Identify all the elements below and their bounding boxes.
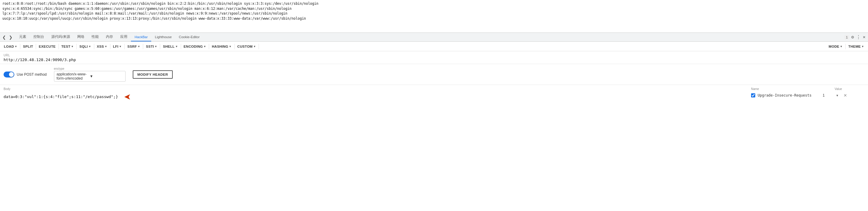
tab-nav-icons: ❮ ❯: [1, 34, 14, 40]
encoding-button[interactable]: ENCODING ▼: [182, 43, 209, 49]
separator-2: [36, 44, 36, 49]
separator-11: [209, 44, 209, 49]
custom-arrow: ▼: [253, 45, 256, 48]
header-checkbox-1[interactable]: [751, 93, 755, 98]
separator-8: [143, 44, 143, 49]
enctype-dropdown-icon: ▼: [90, 74, 123, 78]
sqli-arrow: ▼: [88, 45, 91, 48]
url-value: http://120.48.128.24:9090/3.php: [4, 58, 864, 62]
options-row: Use POST method enctype application/x-ww…: [0, 64, 868, 85]
xss-button[interactable]: XSS ▼: [95, 43, 110, 49]
header-value-select-1: 1 ▼: [823, 93, 839, 98]
separator-4: [76, 44, 77, 49]
tab-back-icon[interactable]: ❮: [1, 34, 7, 40]
header-columns: Name Value: [751, 87, 864, 92]
toggle-label: Use POST method: [17, 72, 47, 77]
terminal-line-3: lp:x:7:7:lp:/var/spool/lpd:/usr/sbin/nol…: [2, 11, 866, 16]
ssrf-button[interactable]: SSRF ▼: [125, 43, 142, 49]
shell-button[interactable]: SHELL ▼: [161, 43, 180, 49]
body-value-row: data=0:3:"vul":1:{s:4:"file";s:11:"/etc/…: [4, 92, 739, 102]
tab-hackbar[interactable]: HackBar: [131, 33, 151, 41]
body-value: data=0:3:"vul":1:{s:4:"file";s:11:"/etc/…: [4, 95, 118, 99]
load-arrow: ▼: [14, 45, 17, 48]
devtools-tabs: 元素 控制台 源代码/来源 网络 性能 内存 应用 HackBar Lighth…: [16, 33, 844, 41]
separator-14: [845, 44, 846, 49]
header-value-col: Value: [835, 87, 842, 91]
body-row: Body data=0:3:"vul":1:{s:4:"file";s:11:"…: [0, 85, 868, 104]
post-method-toggle[interactable]: [4, 72, 14, 77]
ssti-arrow: ▼: [155, 45, 157, 48]
mode-arrow: ▼: [840, 45, 843, 48]
main-content: URL http://120.48.128.24:9090/3.php Use …: [0, 51, 868, 104]
separator-1: [20, 44, 20, 49]
tab-lighthouse[interactable]: Lighthouse: [151, 33, 175, 41]
test-arrow: ▼: [71, 45, 74, 48]
lfi-button[interactable]: LFI ▼: [111, 43, 124, 49]
body-left: Body data=0:3:"vul":1:{s:4:"file";s:11:"…: [4, 87, 739, 102]
url-section: URL http://120.48.128.24:9090/3.php: [0, 51, 868, 64]
enctype-group: enctype application/x-www-form-urlencode…: [54, 67, 126, 82]
hackbar-toolbar: LOAD ▼ SPLIT EXECUTE TEST ▼ SQLI ▼ XSS ▼…: [0, 42, 868, 51]
theme-arrow: ▼: [862, 45, 864, 48]
more-icon[interactable]: ⋮: [856, 34, 861, 40]
execute-button[interactable]: EXECUTE: [37, 43, 58, 49]
split-button[interactable]: SPLIT: [21, 43, 35, 49]
tab-elements[interactable]: 元素: [16, 33, 30, 41]
separator-6: [110, 44, 111, 49]
tab-performance[interactable]: 性能: [88, 33, 102, 41]
ssti-button[interactable]: SSTI ▼: [144, 43, 159, 49]
tab-console[interactable]: 控制台: [30, 33, 48, 41]
encoding-arrow: ▼: [204, 45, 206, 48]
header-name-1: Upgrade-Insecure-Requests: [757, 93, 820, 98]
devtools-tabbar: ❮ ❯ 元素 控制台 源代码/来源 网络 性能 内存 应用 HackBar Li…: [0, 33, 868, 42]
terminal-line-2: sync:x:4:65534:sync:/bin:/bin/sync games…: [2, 6, 866, 11]
separator-10: [181, 44, 181, 49]
separator-9: [160, 44, 160, 49]
headers-section: Name Value Upgrade-Insecure-Requests 1 ▼…: [751, 87, 864, 98]
lfi-arrow: ▼: [119, 45, 122, 48]
terminal-output: root:x:0:0:root:/root:/bin/bash daemon:x…: [0, 0, 868, 33]
shell-arrow: ▼: [175, 45, 178, 48]
url-label: URL: [4, 54, 864, 57]
enctype-select[interactable]: application/x-www-form-urlencoded ▼: [54, 71, 126, 82]
hashing-button[interactable]: HASHING ▼: [210, 43, 234, 49]
enctype-label: enctype: [54, 67, 126, 70]
tab-memory[interactable]: 内存: [102, 33, 117, 41]
tab-network[interactable]: 网络: [74, 33, 88, 41]
terminal-line-1: root:x:0:0:root:/root:/bin/bash daemon:x…: [2, 1, 866, 6]
theme-button[interactable]: THEME ▼: [846, 43, 866, 49]
header-row-1: Upgrade-Insecure-Requests 1 ▼ ✕: [751, 93, 864, 98]
modify-header-button[interactable]: MODIFY HEADER: [133, 70, 173, 79]
devtools-right-controls: 1 ⚙ ⋮ ✕: [844, 34, 867, 40]
body-arrow-indicator: ➤: [124, 92, 131, 102]
header-value-text-1: 1: [823, 93, 835, 98]
tab-source[interactable]: 源代码/来源: [48, 33, 74, 41]
settings-icon[interactable]: ⚙: [851, 35, 854, 39]
sqli-button[interactable]: SQLI ▼: [77, 43, 93, 49]
enctype-value: application/x-www-form-urlencoded: [57, 72, 90, 80]
devtools-badge: 1: [844, 35, 849, 39]
header-name-col: Name: [751, 87, 811, 91]
body-label: Body: [4, 87, 739, 91]
tab-application[interactable]: 应用: [117, 33, 131, 41]
tab-cookie-editor[interactable]: Cookie-Editor: [176, 33, 204, 41]
load-button[interactable]: LOAD ▼: [2, 43, 20, 49]
separator-12: [235, 44, 235, 49]
test-button[interactable]: TEST ▼: [59, 43, 76, 49]
xss-arrow: ▼: [105, 45, 107, 48]
mode-button[interactable]: MODE ▼: [827, 43, 845, 49]
close-icon[interactable]: ✕: [863, 35, 866, 39]
ssrf-arrow: ▼: [137, 45, 140, 48]
header-close-icon-1[interactable]: ✕: [843, 93, 847, 98]
separator-13: [258, 44, 259, 49]
hashing-arrow: ▼: [229, 45, 231, 48]
custom-button[interactable]: CUSTOM ▼: [235, 43, 258, 49]
separator-5: [94, 44, 94, 49]
header-value-dropdown-icon[interactable]: ▼: [836, 94, 839, 97]
tab-forward-icon[interactable]: ❯: [8, 34, 14, 40]
toggle-group: Use POST method: [4, 72, 47, 77]
separator-7: [124, 44, 125, 49]
terminal-line-4: uucp:x:10:10:uucp:/var/spool/uucp:/usr/s…: [2, 16, 866, 21]
